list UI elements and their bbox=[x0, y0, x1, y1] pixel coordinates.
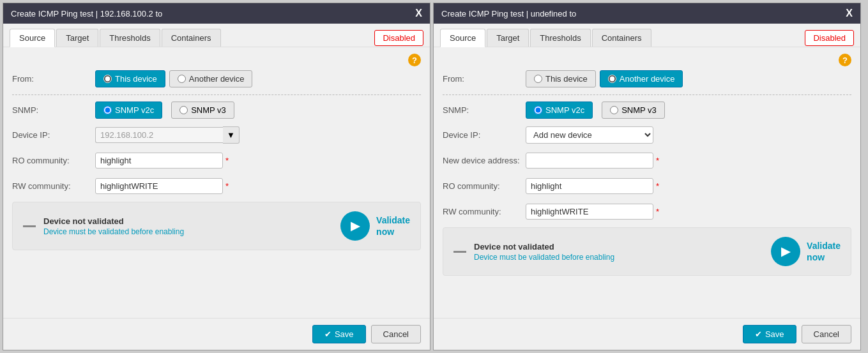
from-row-1: From: This device Another device bbox=[12, 69, 421, 88]
new-device-required-2: * bbox=[656, 156, 659, 165]
validation-box-2: Device not validated Device must be vali… bbox=[443, 227, 851, 276]
dialog-2: Create ICMP Ping test | undefined to X S… bbox=[433, 3, 861, 350]
rw-community-input-1[interactable] bbox=[95, 178, 223, 194]
tab-thresholds-1[interactable]: Thresholds bbox=[100, 29, 160, 47]
validation-box-1: Device not validated Device must be vali… bbox=[12, 202, 421, 250]
save-check-icon-1: ✔ bbox=[324, 329, 331, 339]
new-device-input-2[interactable] bbox=[526, 153, 653, 169]
rw-community-required-1: * bbox=[225, 181, 229, 191]
rw-community-required-2: * bbox=[656, 207, 659, 216]
snmp-options-2: SNMP v2c SNMP v3 bbox=[526, 101, 665, 119]
save-check-icon-2: ✔ bbox=[755, 329, 762, 339]
tab-target-1[interactable]: Target bbox=[56, 29, 98, 47]
validate-button-2[interactable]: ▶ Validatenow bbox=[771, 237, 841, 266]
new-device-label-2: New device address: bbox=[443, 156, 526, 165]
help-icon-1[interactable]: ? bbox=[408, 54, 421, 66]
tab-thresholds-2[interactable]: Thresholds bbox=[530, 29, 590, 47]
from-this-device-label-2: This device bbox=[545, 74, 588, 84]
dialog-2-header: Create ICMP Ping test | undefined to X bbox=[434, 3, 860, 24]
validate-button-1[interactable]: ▶ Validatenow bbox=[340, 211, 410, 241]
disabled-badge-1: Disabled bbox=[374, 30, 423, 46]
from-another-device-2[interactable]: Another device bbox=[600, 70, 683, 87]
from-this-device-label-1: This device bbox=[115, 74, 157, 84]
validate-label-2: Validatenow bbox=[807, 240, 841, 263]
from-radio-group-1: This device Another device bbox=[95, 70, 252, 87]
dialog-1-title: Create ICMP Ping test | 192.168.100.2 to bbox=[11, 9, 162, 19]
snmp-v3-2[interactable]: SNMP v3 bbox=[602, 101, 665, 119]
device-ip-label-1: Device IP: bbox=[12, 130, 95, 140]
snmp-v3-1[interactable]: SNMP v3 bbox=[171, 101, 234, 119]
validation-text-2: Device not validated Device must be vali… bbox=[474, 242, 771, 262]
validate-play-icon-1[interactable]: ▶ bbox=[340, 211, 370, 241]
device-ip-row-1: Device IP: ▼ bbox=[12, 125, 421, 144]
save-button-2[interactable]: ✔ Save bbox=[743, 325, 796, 343]
dialog-1: Create ICMP Ping test | 192.168.100.2 to… bbox=[3, 3, 430, 350]
validate-label-1: Validatenow bbox=[376, 214, 410, 237]
ro-community-label-1: RO community: bbox=[12, 156, 95, 165]
tab-source-2[interactable]: Source bbox=[440, 29, 485, 47]
snmp-options-1: SNMP v2c SNMP v3 bbox=[95, 101, 234, 119]
dialog-1-footer: ✔ Save Cancel bbox=[3, 318, 430, 350]
from-label-2: From: bbox=[443, 74, 526, 84]
device-ip-label-2: Device IP: bbox=[443, 130, 526, 140]
ro-community-row-2: RO community: * bbox=[443, 176, 851, 195]
dialog-1-tabs-row: Source Target Thresholds Containers Disa… bbox=[3, 24, 430, 47]
from-this-device-1[interactable]: This device bbox=[95, 70, 165, 87]
from-this-device-2[interactable]: This device bbox=[526, 70, 596, 87]
snmp-row-1: SNMP: SNMP v2c SNMP v3 bbox=[12, 101, 421, 119]
device-ip-arrow-1[interactable]: ▼ bbox=[223, 126, 240, 144]
ro-community-row-1: RO community: * bbox=[12, 151, 421, 170]
new-device-row-2: New device address: * bbox=[443, 151, 851, 170]
rw-community-label-2: RW community: bbox=[443, 207, 526, 216]
validation-dash-2 bbox=[453, 251, 466, 253]
dialog-2-tabs-row: Source Target Thresholds Containers Disa… bbox=[434, 24, 860, 47]
dialog-2-body: ? From: This device Another device SNMP: bbox=[434, 47, 860, 318]
rw-community-input-2[interactable] bbox=[526, 204, 653, 220]
dialog-2-title: Create ICMP Ping test | undefined to bbox=[441, 9, 576, 19]
from-another-device-label-2: Another device bbox=[620, 74, 675, 84]
tab-target-2[interactable]: Target bbox=[487, 29, 529, 47]
tab-source-1[interactable]: Source bbox=[10, 29, 55, 47]
device-ip-row-2: Device IP: Add new device bbox=[443, 125, 851, 144]
cancel-button-2[interactable]: Cancel bbox=[802, 325, 851, 343]
validation-title-2: Device not validated bbox=[474, 242, 771, 252]
ro-community-required-2: * bbox=[656, 181, 659, 191]
ro-community-required-1: * bbox=[225, 156, 229, 165]
validation-title-1: Device not validated bbox=[43, 216, 340, 226]
dialog-1-header: Create ICMP Ping test | 192.168.100.2 to… bbox=[3, 3, 430, 24]
device-ip-input-wrapper-1: ▼ bbox=[95, 126, 240, 144]
dialog-1-body: ? From: This device Another device SNMP: bbox=[3, 47, 430, 318]
dialog-2-close-button[interactable]: X bbox=[846, 8, 853, 19]
validation-text-1: Device not validated Device must be vali… bbox=[43, 216, 340, 236]
validate-play-icon-2[interactable]: ▶ bbox=[771, 237, 800, 266]
snmp-label-2: SNMP: bbox=[443, 105, 526, 115]
rw-community-row-2: RW community: * bbox=[443, 202, 851, 221]
dialog-1-close-button[interactable]: X bbox=[415, 8, 422, 19]
snmp-row-2: SNMP: SNMP v2c SNMP v3 bbox=[443, 101, 851, 119]
save-button-1[interactable]: ✔ Save bbox=[312, 325, 366, 343]
cancel-button-1[interactable]: Cancel bbox=[371, 325, 421, 343]
ro-community-label-2: RO community: bbox=[443, 181, 526, 191]
from-row-2: From: This device Another device bbox=[443, 69, 851, 88]
from-another-device-label-1: Another device bbox=[189, 74, 245, 84]
rw-community-label-1: RW community: bbox=[12, 181, 95, 191]
validation-dash-1 bbox=[23, 225, 36, 227]
help-icon-2[interactable]: ? bbox=[839, 54, 851, 66]
from-label-1: From: bbox=[12, 74, 95, 84]
disabled-badge-2: Disabled bbox=[805, 30, 854, 46]
tab-containers-2[interactable]: Containers bbox=[592, 29, 651, 47]
from-radio-group-2: This device Another device bbox=[526, 70, 683, 87]
dialog-2-footer: ✔ Save Cancel bbox=[434, 318, 860, 350]
snmp-v2c-2[interactable]: SNMP v2c bbox=[526, 101, 593, 119]
ro-community-input-1[interactable] bbox=[95, 153, 223, 169]
snmp-label-1: SNMP: bbox=[12, 105, 95, 115]
snmp-v2c-1[interactable]: SNMP v2c bbox=[95, 101, 162, 119]
device-ip-input-1[interactable] bbox=[95, 127, 223, 143]
validation-sub-1: Device must be validated before enabling bbox=[43, 227, 340, 236]
device-ip-select-2[interactable]: Add new device bbox=[526, 126, 653, 144]
rw-community-row-1: RW community: * bbox=[12, 176, 421, 195]
tab-containers-1[interactable]: Containers bbox=[162, 29, 221, 47]
ro-community-input-2[interactable] bbox=[526, 178, 653, 194]
from-another-device-1[interactable]: Another device bbox=[169, 70, 253, 87]
validation-sub-2: Device must be validated before enabling bbox=[474, 253, 771, 262]
